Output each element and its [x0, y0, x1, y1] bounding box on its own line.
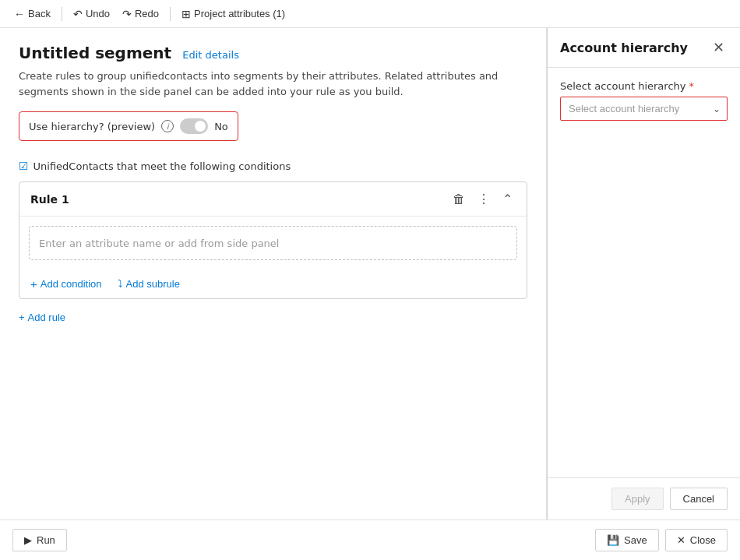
side-panel-title: Account hierarchy: [560, 41, 688, 55]
side-panel: Account hierarchy ✕ Select account hiera…: [547, 28, 740, 519]
side-panel-close-button[interactable]: ✕: [710, 39, 728, 56]
rule-card: Rule 1 🗑 ⋮ ⌃ Enter an attribute name or …: [19, 181, 527, 299]
rule-title: Rule 1: [30, 193, 69, 206]
info-icon[interactable]: i: [161, 120, 174, 132]
hierarchy-label: Use hierarchy? (preview): [29, 121, 155, 132]
add-rule-button[interactable]: + Add rule: [19, 312, 65, 323]
main-panel: Untitled segment Edit details Create rul…: [0, 28, 547, 519]
rule-actions: 🗑 ⋮ ⌃: [449, 190, 516, 208]
toggle-knob: [195, 121, 206, 132]
side-panel-header: Account hierarchy ✕: [548, 28, 740, 68]
add-rule-plus-icon: +: [19, 312, 25, 323]
hierarchy-toggle[interactable]: [180, 118, 208, 134]
condition-header: ☑ UnifiedContacts that meet the followin…: [19, 160, 527, 172]
side-panel-body: Select account hierarchy * Select accoun…: [548, 68, 740, 477]
rule-footer: + Add condition ⤵ Add subrule: [19, 269, 527, 298]
redo-icon: ↷: [122, 8, 132, 20]
footer-right: 💾 Save ✕ Close: [595, 529, 728, 551]
undo-button[interactable]: ↶ Undo: [69, 5, 115, 23]
attribute-placeholder: Enter an attribute name or add from side…: [39, 238, 279, 249]
save-button[interactable]: 💾 Save: [595, 529, 659, 551]
close-icon: ✕: [677, 534, 685, 546]
page-title: Untitled segment: [19, 44, 171, 62]
title-row: Untitled segment Edit details: [19, 44, 527, 62]
subrule-icon: ⤵: [118, 278, 123, 290]
account-hierarchy-select[interactable]: Select account hierarchy: [561, 97, 727, 120]
attribute-input-area[interactable]: Enter an attribute name or add from side…: [29, 226, 517, 260]
select-wrapper: Select account hierarchy ⌄: [560, 97, 728, 121]
main-wrapper: Untitled segment Edit details Create rul…: [0, 28, 740, 519]
redo-button[interactable]: ↷ Redo: [118, 5, 164, 23]
required-marker: *: [689, 80, 695, 92]
toolbar-divider: [62, 7, 62, 21]
toggle-value: No: [214, 121, 228, 132]
rule-delete-button[interactable]: 🗑: [449, 191, 468, 208]
condition-text: UnifiedContacts that meet the following …: [33, 160, 291, 172]
cancel-button[interactable]: Cancel: [670, 488, 728, 510]
toolbar: ← Back ↶ Undo ↷ Redo ⊞ Project attribute…: [0, 0, 740, 28]
run-icon: ▶: [24, 534, 32, 546]
project-attributes-button[interactable]: ⊞ Project attributes (1): [177, 5, 290, 23]
rule-header: Rule 1 🗑 ⋮ ⌃: [19, 182, 527, 217]
side-panel-footer: Apply Cancel: [548, 477, 740, 519]
page-description: Create rules to group unifiedcontacts in…: [19, 69, 527, 99]
save-icon: 💾: [607, 534, 619, 546]
condition-icon: ☑: [19, 160, 29, 172]
rule-more-button[interactable]: ⋮: [474, 190, 493, 208]
hierarchy-toggle-wrapper: Use hierarchy? (preview) i No: [19, 111, 238, 141]
apply-button[interactable]: Apply: [611, 488, 664, 510]
hierarchy-row: Use hierarchy? (preview) i No: [19, 112, 238, 140]
back-button[interactable]: ← Back: [9, 5, 55, 23]
rule-collapse-button[interactable]: ⌃: [499, 190, 516, 208]
bottom-footer: ▶ Run 💾 Save ✕ Close: [0, 519, 740, 560]
run-button[interactable]: ▶ Run: [12, 529, 67, 551]
add-subrule-button[interactable]: ⤵ Add subrule: [118, 278, 180, 290]
footer-left: ▶ Run: [12, 529, 67, 551]
toolbar-divider-2: [170, 7, 171, 21]
back-icon: ←: [14, 8, 25, 20]
select-label: Select account hierarchy *: [560, 80, 728, 92]
undo-icon: ↶: [73, 8, 83, 20]
edit-details-link[interactable]: Edit details: [182, 49, 239, 61]
add-condition-button[interactable]: + Add condition: [30, 277, 102, 291]
plus-icon: +: [30, 277, 37, 291]
close-button[interactable]: ✕ Close: [665, 529, 728, 551]
table-icon: ⊞: [181, 8, 191, 20]
